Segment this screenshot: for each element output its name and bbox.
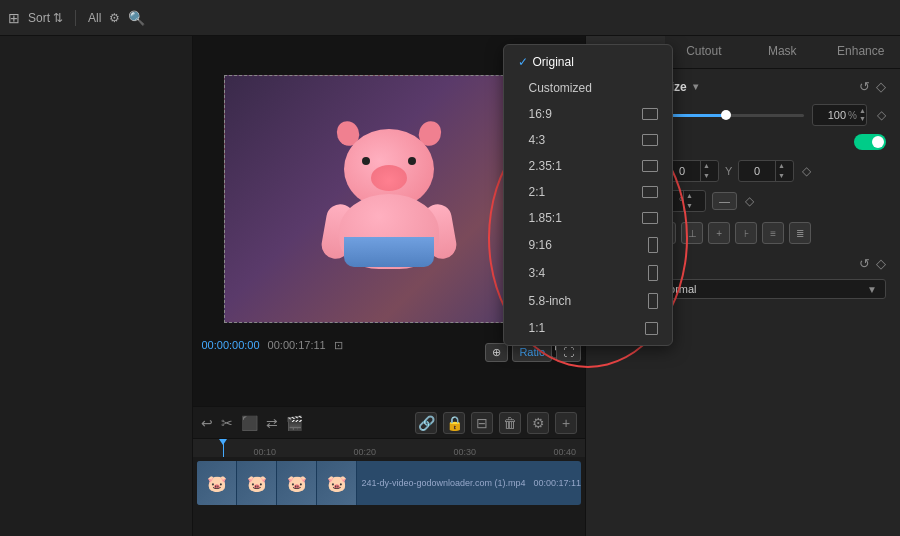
dropdown-item-169[interactable]: 16:9 bbox=[504, 101, 672, 127]
track-thumbnail-2: 🐷 bbox=[237, 461, 277, 505]
video-track[interactable]: 🐷 🐷 🐷 🐷 241-dy-video-godownlo bbox=[197, 461, 581, 505]
settings-button[interactable]: ⚙ bbox=[527, 412, 549, 434]
rotate-up[interactable]: ▲ bbox=[684, 191, 695, 201]
dropdown-item-label: Original bbox=[532, 55, 573, 69]
dropdown-item-34[interactable]: 3:4 bbox=[504, 259, 672, 287]
dropdown-item-label: 1.85:1 bbox=[528, 211, 561, 225]
link-button[interactable]: 🔗 bbox=[415, 412, 437, 434]
ratio-icon bbox=[648, 293, 658, 309]
dropdown-item-Customized[interactable]: Customized bbox=[504, 75, 672, 101]
pos-y-down[interactable]: ▼ bbox=[776, 171, 787, 181]
timeline-area: ↩ ✂ ⬛ ⇄ 🎬 🔗 🔒 ⊟ 🗑 ⚙ + 0 bbox=[193, 406, 585, 536]
filter-icon[interactable]: ⚙ bbox=[109, 11, 120, 25]
align-distribute-h[interactable]: ≡ bbox=[762, 222, 784, 244]
preview-area: 00:00:00:00 00:00:17:11 ⊡ ▶ ⊕ Ratio ⛶ ✓O… bbox=[193, 36, 585, 406]
pig-snout bbox=[371, 165, 407, 191]
position-diamond[interactable]: ◇ bbox=[802, 164, 811, 178]
dropdown-item-916[interactable]: 9:16 bbox=[504, 231, 672, 259]
dropdown-item-label: 4:3 bbox=[528, 133, 545, 147]
scale-down[interactable]: ▼ bbox=[859, 115, 866, 123]
dropdown-item-label: 16:9 bbox=[528, 107, 551, 121]
split2-button[interactable]: ⊟ bbox=[471, 412, 493, 434]
collapse-arrow[interactable]: ▾ bbox=[693, 81, 698, 92]
toggle-knob bbox=[872, 136, 884, 148]
center-area: 00:00:00:00 00:00:17:11 ⊡ ▶ ⊕ Ratio ⛶ ✓O… bbox=[193, 36, 585, 536]
scale-diamond[interactable]: ◇ bbox=[877, 108, 886, 122]
ratio-icon bbox=[648, 265, 658, 281]
pos-x-down[interactable]: ▼ bbox=[701, 171, 712, 181]
split-button[interactable]: ✂ bbox=[221, 415, 233, 431]
scale-up[interactable]: ▲ bbox=[859, 107, 866, 115]
mode-select[interactable]: Normal ▼ bbox=[652, 279, 886, 299]
rotate-diamond[interactable]: ◇ bbox=[745, 194, 754, 208]
dropdown-item-label: 9:16 bbox=[528, 238, 551, 252]
track-area: 🐷 🐷 🐷 🐷 241-dy-video-godownlo bbox=[193, 457, 585, 517]
reset-icon[interactable]: ↺ bbox=[859, 79, 870, 94]
diamond-icon[interactable]: ◇ bbox=[876, 79, 886, 94]
scale-spinners: ▲ ▼ bbox=[859, 107, 866, 122]
dropdown-item-Original[interactable]: ✓Original bbox=[504, 49, 672, 75]
uniform-scale-toggle[interactable] bbox=[854, 134, 886, 150]
rotate-down[interactable]: ▼ bbox=[684, 201, 695, 211]
all-filter-button[interactable]: All bbox=[88, 11, 101, 25]
ratio-icon bbox=[645, 322, 658, 335]
ratio-dropdown: ✓Original Customized 16:9 4:3 2.35:1 2:1… bbox=[503, 44, 673, 346]
slider-thumb[interactable] bbox=[721, 110, 731, 120]
frame-icon: ⊡ bbox=[334, 339, 343, 352]
timeline-right-controls: 🔗 🔒 ⊟ 🗑 ⚙ + bbox=[415, 412, 577, 434]
pos-y-input-wrap: ▲ ▼ bbox=[738, 160, 794, 182]
grid-icon[interactable]: ⊞ bbox=[8, 10, 20, 26]
current-time: 00:00:00:00 bbox=[201, 339, 259, 351]
add-button[interactable]: + bbox=[555, 412, 577, 434]
dropdown-item-label: 1:1 bbox=[528, 321, 545, 335]
pos-x-spinners: ▲ ▼ bbox=[700, 161, 712, 180]
section-actions: ↺ ◇ bbox=[859, 79, 886, 94]
pos-y-input[interactable] bbox=[739, 165, 775, 177]
align-distribute-v[interactable]: ≣ bbox=[789, 222, 811, 244]
dropdown-item-label: Customized bbox=[528, 81, 591, 95]
track-thumbnail: 🐷 bbox=[197, 461, 237, 505]
dropdown-item-label: 3:4 bbox=[528, 266, 545, 280]
ratio-icon bbox=[642, 134, 658, 146]
ruler-mark-30: 00:30 bbox=[453, 447, 476, 457]
blend-reset-icon[interactable]: ↺ bbox=[859, 256, 870, 271]
ruler-mark-10: 00:10 bbox=[253, 447, 276, 457]
flip-button[interactable]: ⇄ bbox=[266, 415, 278, 431]
align-bottom[interactable]: ⊦ bbox=[735, 222, 757, 244]
blend-diamond-icon[interactable]: ◇ bbox=[876, 256, 886, 271]
delete-button[interactable]: 🗑 bbox=[499, 412, 521, 434]
playhead bbox=[223, 439, 224, 457]
dropdown-item-43[interactable]: 4:3 bbox=[504, 127, 672, 153]
timeline-scroll[interactable]: 00:10 00:20 00:30 00:40 00:50 🐷 bbox=[193, 439, 585, 536]
y-axis-label: Y bbox=[725, 165, 735, 177]
sort-icon: ⇅ bbox=[53, 11, 63, 25]
pos-y-up[interactable]: ▲ bbox=[776, 161, 787, 171]
search-icon[interactable]: 🔍 bbox=[128, 10, 145, 26]
flip-button[interactable]: — bbox=[712, 192, 737, 210]
zoom-control[interactable]: ⊕ bbox=[485, 343, 508, 362]
pos-x-up[interactable]: ▲ bbox=[701, 161, 712, 171]
scale-input-wrap: % ▲ ▼ bbox=[812, 104, 867, 126]
dropdown-item-2351[interactable]: 2.35:1 bbox=[504, 153, 672, 179]
tab-cutout[interactable]: Cutout bbox=[665, 36, 743, 68]
pos-y-field: Y ▲ ▼ bbox=[725, 160, 794, 182]
dropdown-item-58-inch[interactable]: 5.8-inch bbox=[504, 287, 672, 315]
total-time: 00:00:17:11 bbox=[268, 339, 326, 351]
dropdown-item-11[interactable]: 1:1 bbox=[504, 315, 672, 341]
sort-button[interactable]: Sort ⇅ bbox=[28, 11, 63, 25]
ruler-mark-40: 00:40 bbox=[553, 447, 576, 457]
ratio-icon bbox=[642, 212, 658, 224]
scale-input[interactable] bbox=[813, 109, 848, 121]
lock-button[interactable]: 🔒 bbox=[443, 412, 465, 434]
media-button[interactable]: 🎬 bbox=[286, 415, 303, 431]
timeline-tracks: 00:10 00:20 00:30 00:40 00:50 🐷 bbox=[193, 439, 585, 536]
top-bar: ⊞ Sort ⇅ All ⚙ 🔍 bbox=[0, 0, 900, 36]
dropdown-item-21[interactable]: 2:1 bbox=[504, 179, 672, 205]
tab-mask[interactable]: Mask bbox=[743, 36, 821, 68]
undo-button[interactable]: ↩ bbox=[201, 415, 213, 431]
align-center-v[interactable]: + bbox=[708, 222, 730, 244]
dropdown-item-1851[interactable]: 1.85:1 bbox=[504, 205, 672, 231]
align-top[interactable]: ⊥ bbox=[681, 222, 703, 244]
crop-button[interactable]: ⬛ bbox=[241, 415, 258, 431]
tab-enhance[interactable]: Enhance bbox=[822, 36, 900, 68]
